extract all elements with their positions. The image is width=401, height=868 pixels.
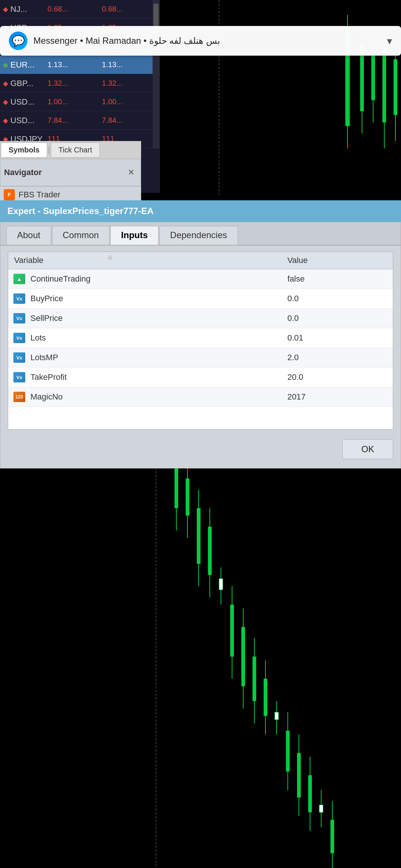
symbol-row-gbp[interactable]: ◆ GBP... 1.32... 1.32... — [0, 74, 159, 93]
svg-rect-50 — [297, 753, 301, 798]
table-row[interactable]: Vx BuyPrice 0.0 — [8, 289, 393, 309]
svg-rect-59 — [330, 820, 334, 853]
empty-rows — [8, 407, 393, 429]
row-icon: Vx — [11, 331, 27, 345]
symbol-price2: 1.00... — [102, 98, 157, 106]
messenger-chevron-icon: ▾ — [387, 35, 392, 47]
symbol-row-usd3[interactable]: ◆ USD... 7.84... 7.84... — [0, 111, 159, 130]
symbol-price2: 7.84... — [102, 116, 157, 125]
vx-icon: Vx — [13, 293, 25, 304]
variable-name: BuyPrice — [27, 294, 281, 303]
messenger-icon: 💬 — [9, 32, 27, 50]
variable-value: 2.0 — [281, 353, 393, 362]
table-row[interactable]: Vx Lots 0.01 — [8, 328, 393, 348]
ok-button[interactable]: OK — [342, 439, 393, 459]
row-icon: Vx — [11, 312, 27, 325]
num-icon: 123 — [13, 392, 25, 402]
symbol-row-usd2[interactable]: ◆ USD... 1.00... 1.00... — [0, 93, 159, 111]
svg-rect-20 — [186, 479, 189, 516]
svg-rect-29 — [219, 579, 223, 590]
tab-dependencies[interactable]: Dependencies — [159, 226, 238, 245]
navigator-panel: Navigator ✕ — [0, 159, 141, 186]
tab-common[interactable]: Common — [52, 226, 110, 245]
variable-value: 2017 — [281, 392, 393, 402]
expert-title: Expert - SuplexPrices_tiger777-EA — [7, 206, 154, 216]
svg-rect-44 — [275, 712, 278, 720]
fbs-trader-label: FBS Trader — [19, 190, 60, 200]
symbol-name: GBP... — [10, 79, 48, 88]
symbol-price2: 1.13... — [102, 60, 157, 69]
navigator-close-button[interactable]: ✕ — [124, 166, 138, 179]
arrow-down-icon: ◆ — [3, 79, 8, 88]
row-icon: Vx — [11, 371, 27, 384]
navigator-title: Navigator — [0, 168, 124, 177]
variable-name: MagicNo — [27, 392, 281, 402]
svg-rect-23 — [197, 508, 200, 564]
vx-icon: Vx — [13, 333, 25, 343]
tab-divider: | — [48, 146, 50, 154]
svg-rect-47 — [286, 731, 290, 772]
table-row[interactable]: Vx TakeProfit 20.0 — [8, 368, 393, 387]
variable-name: Lots — [27, 333, 281, 343]
ok-button-row: OK — [0, 435, 401, 461]
tab-tick-chart[interactable]: Tick Chart — [51, 142, 100, 158]
dialog-tab-bar: About Common Inputs Dependencies — [0, 222, 401, 246]
table-row[interactable]: Vx SellPrice 0.0 — [8, 309, 393, 328]
row-icon: Vx — [11, 292, 27, 305]
messenger-notification[interactable]: 💬 Messenger • Mai Ramadan • بس هنلف لفه … — [0, 26, 401, 56]
svg-rect-13 — [394, 59, 397, 115]
symbol-name: EUR... — [10, 60, 48, 70]
symbol-name: USD... — [10, 116, 48, 125]
svg-rect-26 — [208, 527, 212, 575]
tab-inputs[interactable]: Inputs — [110, 226, 159, 245]
table-row[interactable]: ▲ ContinueTrading false — [8, 269, 393, 289]
variable-value: 20.0 — [281, 372, 393, 382]
table-row[interactable]: Vx LotsMP 2.0 — [8, 348, 393, 368]
column-header-value: Value — [281, 256, 393, 265]
variable-value: 0.0 — [281, 313, 393, 323]
symbol-name: NJ... — [10, 4, 48, 14]
vx-icon: Vx — [13, 352, 25, 363]
arrow-down-icon: ◆ — [3, 98, 8, 106]
svg-rect-41 — [264, 679, 267, 716]
svg-rect-32 — [230, 605, 234, 657]
row-icon: ▲ — [11, 272, 27, 286]
symbol-row-eur[interactable]: ◆ EUR... 1.13... 1.13... — [0, 56, 159, 74]
symbol-row-nyj[interactable]: ◆ NJ... 0.68... 0.68... — [0, 0, 159, 19]
symbol-price1: 0.68... — [48, 5, 102, 13]
symbol-name: USD... — [10, 97, 48, 107]
symbol-price2: 0.68... — [102, 5, 157, 13]
variable-name: TakeProfit — [27, 372, 281, 382]
variables-table: Variable Value ▲ ContinueTrading false V… — [8, 251, 393, 430]
column-header-variable: Variable — [8, 256, 281, 265]
vertical-scrollbar[interactable] — [153, 0, 159, 148]
messenger-logo: 💬 — [12, 35, 25, 47]
symbol-price1: 1.13... — [48, 60, 102, 69]
arrow-up-icon: ◆ — [3, 61, 8, 69]
variable-name: ContinueTrading — [27, 274, 281, 284]
symbol-price2: 1.32... — [102, 79, 157, 88]
symbol-price1: 7.84... — [48, 116, 102, 125]
messenger-text: Messenger • Mai Ramadan • بس هنلف لفه حل… — [33, 36, 387, 46]
table-row[interactable]: 123 MagicNo 2017 — [8, 387, 393, 407]
row-icon: 123 — [11, 390, 27, 404]
svg-rect-56 — [319, 805, 323, 812]
tab-symbols[interactable]: Symbols — [1, 142, 47, 158]
vx-icon: Vx — [13, 313, 25, 323]
svg-rect-53 — [308, 775, 312, 812]
green-chart-icon: ▲ — [13, 274, 25, 284]
svg-rect-38 — [252, 657, 256, 701]
table-header: Variable Value — [8, 252, 393, 269]
expert-dialog: About Common Inputs Dependencies Variabl… — [0, 222, 401, 468]
variable-value: false — [281, 274, 393, 284]
svg-rect-17 — [175, 464, 178, 508]
vx-icon: Vx — [13, 372, 25, 382]
row-icon: Vx — [11, 351, 27, 364]
variable-value: 0.01 — [281, 333, 393, 343]
symbol-price1: 1.32... — [48, 79, 102, 88]
variable-name: SellPrice — [27, 313, 281, 323]
variable-name: LotsMP — [27, 353, 281, 362]
symbol-tab-bar: Symbols | Tick Chart — [0, 141, 141, 159]
tab-about[interactable]: About — [6, 226, 51, 245]
arrow-down-icon: ◆ — [3, 5, 8, 13]
